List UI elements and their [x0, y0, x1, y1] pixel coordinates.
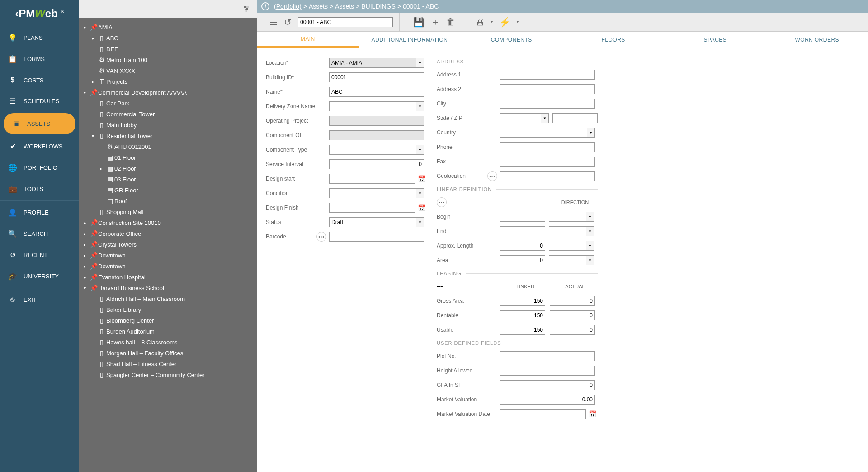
print-icon[interactable]: 🖨 — [476, 17, 485, 27]
tree-node[interactable]: ▤GR Floor — [81, 185, 255, 195]
area-input[interactable] — [500, 255, 545, 265]
barcode-input[interactable] — [329, 232, 424, 242]
tree-arrow-icon[interactable]: ▾ — [92, 133, 97, 138]
condition-input[interactable] — [329, 188, 416, 198]
component-type-input[interactable] — [329, 145, 416, 155]
tree-node[interactable]: ▸TProjects — [81, 76, 255, 87]
design-start-input[interactable] — [329, 174, 415, 184]
name-input[interactable] — [329, 87, 424, 97]
dropdown-icon[interactable]: ▼ — [586, 226, 594, 236]
dropdown-icon[interactable]: ▼ — [416, 217, 424, 227]
nav-plans[interactable]: 💡PLANS — [0, 27, 79, 48]
country-input[interactable] — [500, 128, 587, 138]
nav-exit[interactable]: ⎋EXIT — [0, 289, 79, 310]
tree-node[interactable]: ⚙VAN XXXX — [81, 65, 255, 76]
tree-node[interactable]: ▯Shad Hall – Fitness Center — [81, 358, 255, 369]
breadcrumb-part[interactable]: Assets — [309, 3, 328, 10]
geolocation-input[interactable] — [500, 171, 595, 181]
history-icon[interactable]: ↺ — [284, 17, 292, 28]
filter-icon[interactable] — [242, 5, 250, 13]
building-id-input[interactable] — [329, 72, 424, 82]
end-dir-input[interactable] — [549, 226, 586, 236]
tree-node[interactable]: ⚙AHU 0012001 — [81, 141, 255, 152]
plot-input[interactable] — [500, 351, 595, 361]
approx-unit-input[interactable] — [549, 241, 586, 251]
dropdown-icon[interactable]: ▼ — [586, 255, 594, 265]
calendar-icon[interactable]: 📅 — [417, 203, 426, 213]
service-interval-input[interactable] — [329, 159, 424, 169]
tree-node[interactable]: ▸📌Crystal Towers — [81, 239, 255, 250]
tree-node[interactable]: ▤Roof — [81, 195, 255, 206]
design-finish-input[interactable] — [329, 203, 415, 213]
tree-node[interactable]: ▸▤02 Floor — [81, 163, 255, 174]
tree-node[interactable]: ▯Burden Auditorium — [81, 326, 255, 337]
tree-node[interactable]: ▸📌Downtown — [81, 250, 255, 261]
tree-node[interactable]: ▯Aldrich Hall – Main Classroom — [81, 293, 255, 304]
tree-arrow-icon[interactable]: ▸ — [100, 166, 105, 171]
tab-workorders[interactable]: WORK ORDERS — [766, 32, 868, 48]
add-icon[interactable]: ＋ — [431, 16, 440, 28]
dropdown-icon[interactable]: ▼ — [586, 212, 594, 222]
dropdown-icon[interactable]: ▼ — [416, 188, 424, 198]
nav-workflows[interactable]: ✔WORKFLOWS — [0, 136, 79, 157]
bolt-icon[interactable]: ⚡ — [499, 17, 510, 28]
info-icon[interactable]: i — [261, 2, 269, 10]
save-icon[interactable]: 💾 — [413, 17, 425, 28]
tree-arrow-icon[interactable]: ▾ — [84, 90, 89, 95]
tree-arrow-icon[interactable]: ▸ — [92, 79, 97, 84]
tree-node[interactable]: ▸📌Evanston Hospital — [81, 272, 255, 282]
address2-input[interactable] — [500, 84, 595, 94]
tree-node[interactable]: ▾📌AMIA — [81, 22, 255, 33]
dropdown-icon[interactable]: ▼ — [416, 101, 424, 111]
tab-components[interactable]: COMPONENTS — [461, 32, 562, 48]
tree-node[interactable]: ▯Shopping Mall — [81, 206, 255, 217]
tree-node[interactable]: ⚙Metro Train 100 — [81, 54, 255, 65]
tab-floors[interactable]: FLOORS — [562, 32, 664, 48]
fax-input[interactable] — [500, 157, 595, 167]
tree-arrow-icon[interactable]: ▸ — [84, 253, 89, 258]
begin-dir-input[interactable] — [549, 212, 586, 222]
city-input[interactable] — [500, 99, 595, 109]
delivery-zone-input[interactable] — [329, 101, 416, 111]
phone-input[interactable] — [500, 142, 595, 152]
more-icon[interactable]: ••• — [487, 171, 497, 181]
tree-node[interactable]: ▯Bloomberg Center — [81, 315, 255, 326]
address1-input[interactable] — [500, 70, 595, 80]
breadcrumb-part[interactable]: BUILDINGS — [361, 3, 395, 10]
record-selector[interactable] — [298, 17, 393, 27]
tree-arrow-icon[interactable]: ▸ — [84, 242, 89, 247]
nav-recent[interactable]: ↺RECENT — [0, 244, 79, 266]
tree-node[interactable]: ▯Hawes hall – 8 Classrooms — [81, 337, 255, 348]
tree-node[interactable]: ▯Car Park — [81, 98, 255, 109]
tree-node[interactable]: ▯DEF — [81, 43, 255, 54]
tree-node[interactable]: ▯Commercial Tower — [81, 109, 255, 119]
list-icon[interactable]: ☰ — [269, 17, 278, 28]
nav-profile[interactable]: 👤PROFILE — [0, 202, 79, 223]
dropdown-icon[interactable]: ▼ — [416, 58, 424, 68]
component-of-label[interactable]: Component Of — [266, 132, 329, 138]
tree-arrow-icon[interactable]: ▸ — [84, 264, 89, 269]
nav-search[interactable]: 🔍SEARCH — [0, 223, 79, 244]
tree-node[interactable]: ▸▯ABC — [81, 33, 255, 43]
nav-tools[interactable]: 💼TOOLS — [0, 178, 79, 200]
more-icon[interactable]: ••• — [316, 232, 326, 242]
tree-node[interactable]: ▾📌Commercial Development AAAAA — [81, 87, 255, 98]
dropdown-icon[interactable]: ▼ — [416, 145, 424, 155]
rentable-actual-input[interactable] — [550, 310, 595, 320]
height-input[interactable] — [500, 366, 595, 376]
tree-node[interactable]: ▾📌Harvard Business School — [81, 282, 255, 293]
mvd-input[interactable] — [500, 409, 586, 419]
status-input[interactable] — [329, 217, 416, 227]
gfa-input[interactable] — [500, 380, 595, 390]
area-unit-input[interactable] — [549, 255, 586, 265]
tree-node[interactable]: ▤03 Floor — [81, 174, 255, 185]
tree-node[interactable]: ▯Spangler Center – Community Center — [81, 369, 255, 380]
tree-arrow-icon[interactable]: ▸ — [84, 231, 89, 236]
nav-schedules[interactable]: ☰SCHEDULES — [0, 91, 79, 112]
tree-node[interactable]: ▤01 Floor — [81, 152, 255, 163]
tree-arrow-icon[interactable]: ▾ — [84, 286, 89, 291]
breadcrumb-part[interactable]: 00001 - ABC — [403, 3, 439, 10]
delete-icon[interactable]: 🗑 — [446, 17, 455, 27]
breadcrumb-part[interactable]: Assets — [335, 3, 354, 10]
calendar-icon[interactable]: 📅 — [588, 409, 597, 419]
